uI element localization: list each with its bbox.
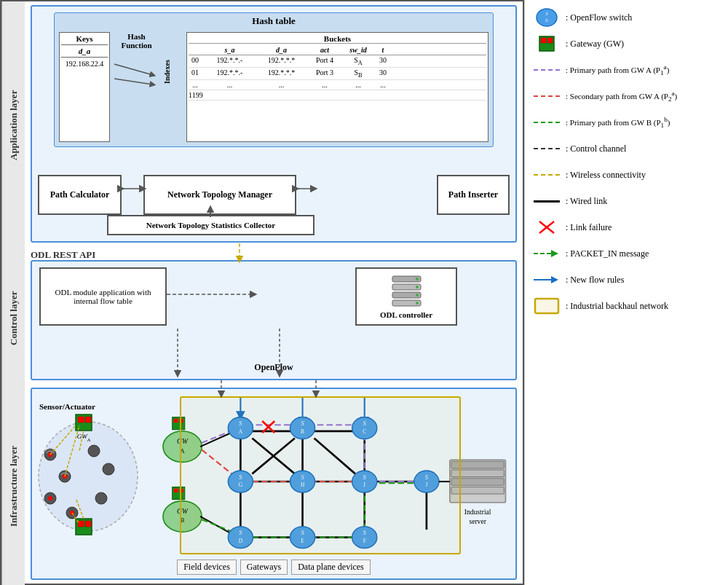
infrastructure-layer-label: Infrastructure layer	[1, 388, 25, 585]
of-switch-text: : OpenFlow switch	[566, 12, 632, 23]
hash-table-title: Hash table	[55, 13, 493, 29]
secondary-a-dash	[534, 95, 560, 97]
svg-point-13	[416, 294, 419, 297]
legend-panel: S X : OpenFlow switch : Gateway (GW) : P…	[524, 0, 728, 585]
legend-secondary-a: : Secondary path from GW A (P2a)	[534, 86, 719, 106]
key-value: 192.168.22.4	[61, 59, 108, 68]
bucket-row-0: 00 192.*.*.- 192.*.*.* Port 4 SA 30	[189, 55, 486, 68]
wired-solid	[534, 200, 560, 203]
backhaul-icon	[534, 296, 560, 316]
application-layer-label: Application layer	[1, 1, 25, 249]
primary-b-line	[534, 117, 560, 127]
legend-packet-in: : PACKET_IN message	[534, 243, 719, 264]
svg-rect-137	[541, 38, 546, 43]
keys-section: Keys d_a 192.168.22.4	[59, 32, 110, 142]
server-icon	[387, 275, 427, 307]
svg-point-27	[95, 492, 107, 504]
hash-fn-section: Hash Function	[113, 32, 160, 142]
main-diagram: Application layer Control layer Infrastr…	[0, 0, 524, 585]
wireless-line	[534, 170, 560, 180]
openflow-label: OpenFlow	[254, 362, 293, 373]
svg-line-0	[114, 64, 153, 75]
secondary-a-text: : Secondary path from GW A (P2a)	[566, 90, 677, 103]
link-failure-svg	[535, 217, 558, 237]
legend-of-switch: S X : OpenFlow switch	[534, 7, 719, 28]
content-area: Hash table Keys d_a 192.168.22.4 Hash Fu…	[25, 1, 523, 584]
legend-link-failure: : Link failure	[534, 217, 719, 237]
sensor-actuator-label: Sensor/Actuator	[39, 402, 95, 411]
svg-rect-138	[547, 38, 553, 43]
svg-line-1	[114, 79, 153, 85]
svg-rect-143	[535, 299, 558, 313]
primary-a-text: : Primary path from GW A (P1a)	[566, 63, 669, 76]
hash-fn-arrows	[113, 50, 160, 115]
backhaul-text: : Industrial backhaul network	[566, 301, 668, 312]
odl-module-box: ODL module application with internal flo…	[39, 267, 167, 326]
secondary-a-line	[534, 91, 560, 101]
indexes-section: Indexes	[163, 32, 183, 142]
gateway-icon	[534, 34, 560, 54]
legend-backhaul: : Industrial backhaul network	[534, 296, 719, 316]
bucket-row-last: 1199	[189, 90, 486, 101]
primary-b-dash	[534, 122, 560, 123]
odl-module-label: ODL module application with internal flo…	[44, 288, 162, 305]
control-layer-label: Control layer	[1, 249, 25, 388]
odl-rest-api-label: ODL REST API	[31, 249, 95, 261]
bucket-row-1: 01 192.*.*.- 192.*.*.* Port 3 SB 30	[189, 68, 486, 80]
app-bottom-components: Path Calculator Network Topology Manager…	[38, 148, 510, 235]
legend-new-flow: : New flow rules	[534, 270, 719, 290]
svg-rect-35	[78, 521, 84, 527]
odl-controller-box: ODL controller	[355, 267, 457, 326]
packet-in-text: : PACKET_IN message	[566, 248, 649, 259]
legend-wireless: : Wireless connectivity	[534, 165, 719, 185]
infra-layer-box: Sensor/Actuator GWA	[31, 388, 517, 580]
legend-primary-a: : Primary path from GW A (P1a)	[534, 60, 719, 80]
ntm-box: Network Topology Manager	[143, 175, 296, 215]
link-failure-icon	[534, 217, 560, 237]
backhaul-svg	[534, 296, 560, 316]
indexes-header: Indexes	[163, 47, 183, 98]
backhaul-rect	[180, 396, 461, 554]
packet-in-svg	[534, 248, 560, 259]
gateways-label: Gateways	[240, 560, 288, 575]
buckets-section: Buckets s_a d_a act sw_id t 00 192.*.*.-	[186, 32, 488, 142]
legend-control-channel: : Control channel	[534, 138, 719, 159]
field-devices-label: Field devices	[177, 560, 237, 575]
svg-point-11	[416, 278, 419, 280]
control-channel-dash	[534, 148, 560, 149]
legend-primary-b: : Primary path from GW B (P1b)	[534, 112, 719, 133]
da-subheader: d_a	[61, 47, 108, 58]
hash-table: Hash table Keys d_a 192.168.22.4 Hash Fu…	[54, 12, 494, 147]
svg-rect-47	[174, 419, 178, 423]
network-grid: GW A GW B	[140, 393, 512, 558]
svg-text:Industrial: Industrial	[464, 508, 491, 516]
svg-point-28	[103, 463, 114, 475]
new-flow-svg	[534, 275, 560, 285]
path-inserter-box: Path Inserter	[437, 175, 510, 215]
packet-in-line	[534, 248, 560, 259]
link-failure-text: : Link failure	[566, 222, 612, 233]
wired-line	[534, 196, 560, 206]
svg-rect-20	[78, 417, 84, 423]
svg-point-14	[416, 302, 419, 305]
wireless-dash	[534, 174, 560, 176]
of-switch-icon: S X	[534, 7, 560, 28]
primary-b-text: : Primary path from GW B (P1b)	[566, 116, 670, 129]
svg-point-12	[416, 286, 419, 288]
new-flow-text: : New flow rules	[566, 275, 624, 286]
control-channel-text: : Control channel	[566, 144, 626, 154]
bucket-row-dots: ... ... ... ... ... ...	[189, 80, 486, 90]
svg-point-29	[88, 445, 100, 457]
sensor-cloud: Sensor/Actuator GWA	[36, 396, 141, 531]
primary-a-dash	[534, 69, 560, 71]
ntm-label: Network Topology Manager	[167, 189, 272, 200]
control-layer-box: ODL module application with internal flo…	[31, 260, 517, 380]
svg-text:X: X	[545, 18, 549, 23]
ntsc-label: Network Topology Statistics Collector	[146, 221, 276, 229]
buckets-header: Buckets	[189, 34, 486, 44]
odl-controller-label: ODL controller	[380, 310, 432, 319]
gateway-text: : Gateway (GW)	[566, 39, 624, 50]
svg-rect-21	[85, 417, 91, 423]
path-inserter-label: Path Inserter	[448, 189, 498, 200]
data-plane-label: Data plane devices	[291, 560, 371, 575]
